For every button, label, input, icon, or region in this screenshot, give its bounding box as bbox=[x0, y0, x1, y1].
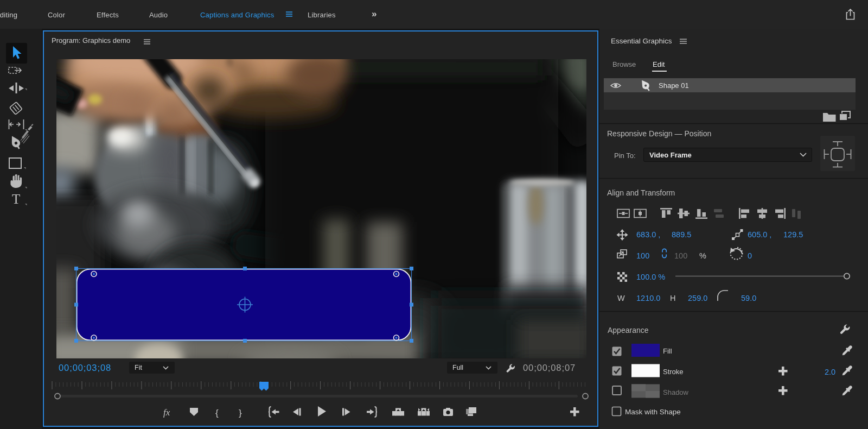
svg-text:Align and Transform: Align and Transform bbox=[607, 188, 675, 197]
svg-text:100.0 %: 100.0 % bbox=[636, 273, 665, 281]
svg-text:W: W bbox=[617, 294, 625, 302]
svg-text:Responsive Design — Position: Responsive Design — Position bbox=[607, 129, 711, 138]
svg-text:Shape 01: Shape 01 bbox=[659, 81, 689, 90]
svg-text:Fill: Fill bbox=[663, 347, 672, 355]
svg-text:Browse: Browse bbox=[612, 60, 636, 68]
svg-text:H: H bbox=[670, 294, 675, 302]
svg-text:{: { bbox=[215, 408, 219, 418]
svg-text:889.5: 889.5 bbox=[672, 230, 691, 239]
svg-text:fx: fx bbox=[163, 407, 170, 418]
svg-text:100: 100 bbox=[674, 251, 687, 260]
svg-text:Mask with Shape: Mask with Shape bbox=[625, 408, 681, 416]
svg-text:2.0: 2.0 bbox=[825, 368, 835, 376]
svg-text:605.0 ,: 605.0 , bbox=[748, 230, 771, 239]
svg-text:T: T bbox=[12, 192, 20, 206]
svg-text:Stroke: Stroke bbox=[663, 368, 684, 376]
svg-text:100: 100 bbox=[636, 251, 649, 260]
svg-text:%: % bbox=[699, 251, 706, 260]
svg-text:59.0: 59.0 bbox=[741, 294, 756, 302]
svg-text:Video Frame: Video Frame bbox=[649, 151, 692, 159]
svg-text:}: } bbox=[239, 408, 242, 418]
svg-text:1210.0: 1210.0 bbox=[636, 294, 660, 302]
svg-text:129.5: 129.5 bbox=[783, 230, 803, 239]
svg-text:Pin To:: Pin To: bbox=[614, 152, 636, 160]
svg-text:683.0 ,: 683.0 , bbox=[636, 230, 660, 239]
svg-text:Essential Graphics: Essential Graphics bbox=[611, 37, 672, 45]
svg-text:Edit: Edit bbox=[653, 60, 665, 68]
svg-text:Shadow: Shadow bbox=[663, 388, 689, 396]
svg-text:259.0: 259.0 bbox=[688, 294, 707, 302]
svg-text:0: 0 bbox=[748, 251, 752, 260]
svg-text:Appearance: Appearance bbox=[608, 326, 649, 335]
